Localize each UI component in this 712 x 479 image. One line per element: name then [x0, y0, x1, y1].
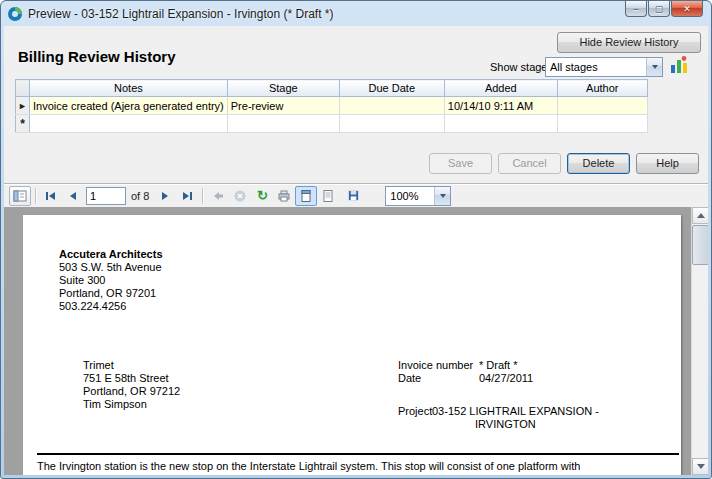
- company-name: Accutera Architects: [59, 248, 163, 261]
- arrow-up-icon: [697, 213, 705, 218]
- page-number-input[interactable]: [86, 187, 126, 205]
- cell-stage[interactable]: Pre-review: [227, 97, 339, 115]
- refresh-icon: ↻: [257, 189, 268, 202]
- print-layout-toggle[interactable]: [295, 186, 317, 206]
- company-address-3: Portland, OR 97201: [59, 287, 163, 300]
- cell-added[interactable]: [444, 115, 557, 133]
- window-content: Hide Review History Billing Review Histo…: [4, 26, 708, 475]
- review-history-grid: Notes Stage Due Date Added Author ► Invo…: [15, 79, 648, 133]
- row-marker: *: [16, 115, 30, 133]
- toolbar-separator: [35, 188, 36, 204]
- project-label: Project: [398, 405, 432, 418]
- page-setup-icon: [321, 189, 335, 203]
- print-button[interactable]: [273, 186, 295, 206]
- chevron-down-icon[interactable]: [646, 58, 662, 76]
- column-header-due-date[interactable]: Due Date: [339, 80, 444, 97]
- last-page-button[interactable]: [176, 186, 198, 206]
- cell-stage[interactable]: [227, 115, 339, 133]
- company-address-block: Accutera Architects 503 S.W. 5th Avenue …: [59, 248, 163, 313]
- page-count-label: of 8: [131, 190, 149, 202]
- print-layout-icon: [299, 189, 313, 203]
- previous-page-button[interactable]: [62, 186, 84, 206]
- cell-notes[interactable]: Invoice created (Ajera generated entry): [30, 97, 228, 115]
- titlebar: Preview - 03-152 Lightrail Expansion - I…: [1, 1, 711, 26]
- project-value-line2: IRVINGTON: [475, 418, 536, 431]
- cell-due-date[interactable]: [339, 97, 444, 115]
- first-page-icon: [44, 189, 58, 203]
- zoom-select[interactable]: 100%: [385, 186, 451, 206]
- table-row-new: *: [16, 115, 648, 133]
- action-buttons: Save Cancel Delete Help: [429, 153, 699, 174]
- client-name: Trimet: [83, 359, 180, 372]
- cell-due-date[interactable]: [339, 115, 444, 133]
- parent-report-button[interactable]: [207, 186, 229, 206]
- client-address-block: Trimet 751 E 58th Street Portland, OR 97…: [83, 359, 180, 411]
- scroll-up-button[interactable]: [692, 207, 708, 224]
- vertical-scrollbar[interactable]: [691, 207, 708, 475]
- project-value-line1: 03-152 LIGHTRAIL EXPANSION -: [432, 405, 599, 418]
- column-header-added[interactable]: Added: [444, 80, 557, 97]
- column-header-author[interactable]: Author: [557, 80, 647, 97]
- stop-icon: [233, 189, 247, 203]
- delete-button[interactable]: Delete: [567, 153, 630, 174]
- invoice-date-value: 04/27/2011: [479, 372, 533, 385]
- report-toolbar: of 8: [4, 183, 708, 207]
- client-contact: Tim Simpson: [83, 398, 180, 411]
- page-title: Billing Review History: [18, 48, 176, 65]
- help-button[interactable]: Help: [636, 153, 699, 174]
- next-page-icon: [158, 189, 172, 203]
- stage-filter-select[interactable]: All stages: [545, 57, 663, 77]
- scrollbar-thumb[interactable]: [692, 225, 708, 265]
- app-icon: [7, 6, 23, 22]
- chevron-down-icon[interactable]: [434, 187, 450, 205]
- cell-author[interactable]: [557, 115, 647, 133]
- row-marker: ►: [16, 97, 30, 115]
- cell-author[interactable]: [557, 97, 647, 115]
- last-page-icon: [180, 189, 194, 203]
- close-button[interactable]: ✕: [671, 1, 703, 17]
- caption-buttons: – ▢ ✕: [624, 1, 703, 17]
- maximize-button[interactable]: ▢: [648, 1, 670, 17]
- page-setup-button[interactable]: [317, 186, 339, 206]
- minimize-button[interactable]: –: [625, 1, 647, 17]
- preview-window: Preview - 03-152 Lightrail Expansion - I…: [0, 0, 712, 479]
- report-preview-area: Accutera Architects 503 S.W. 5th Avenue …: [4, 207, 708, 475]
- hide-review-history-button[interactable]: Hide Review History: [557, 32, 701, 53]
- refresh-button[interactable]: ↻: [251, 186, 273, 206]
- first-page-button[interactable]: [40, 186, 62, 206]
- invoice-number-label: Invoice number: [398, 359, 473, 372]
- print-icon: [277, 189, 291, 203]
- company-phone: 503.224.4256: [59, 300, 163, 313]
- cancel-button[interactable]: Cancel: [498, 153, 561, 174]
- grid-header-row: Notes Stage Due Date Added Author: [16, 80, 648, 97]
- stage-filter-value: All stages: [546, 61, 646, 73]
- client-address-1: 751 E 58th Street: [83, 372, 180, 385]
- toolbar-separator: [202, 188, 203, 204]
- invoice-number-value: * Draft *: [479, 359, 518, 372]
- client-address-2: Portland, OR 97212: [83, 385, 180, 398]
- export-button[interactable]: [339, 186, 369, 206]
- document-map-toggle[interactable]: [9, 186, 31, 206]
- stop-button[interactable]: [229, 186, 251, 206]
- invoice-intro-text: The Irvington station is the new stop on…: [37, 460, 580, 473]
- scroll-down-button[interactable]: [692, 458, 708, 475]
- next-page-button[interactable]: [154, 186, 176, 206]
- zoom-value: 100%: [386, 190, 434, 202]
- show-stage-label: Show stage:: [490, 61, 551, 73]
- divider: [37, 453, 679, 455]
- window-title: Preview - 03-152 Lightrail Expansion - I…: [28, 7, 333, 21]
- previous-page-icon: [66, 189, 80, 203]
- cell-notes[interactable]: [30, 115, 228, 133]
- invoice-page: Accutera Architects 503 S.W. 5th Avenue …: [23, 215, 681, 475]
- column-header-stage[interactable]: Stage: [227, 80, 339, 97]
- table-row: ► Invoice created (Ajera generated entry…: [16, 97, 648, 115]
- save-button[interactable]: Save: [429, 153, 492, 174]
- document-map-icon: [13, 189, 27, 203]
- back-arrow-icon: [211, 189, 225, 203]
- save-export-icon: [347, 189, 360, 202]
- arrow-down-icon: [697, 464, 705, 469]
- stages-chart-icon[interactable]: [669, 55, 689, 75]
- column-header-notes[interactable]: Notes: [30, 80, 228, 97]
- company-address-1: 503 S.W. 5th Avenue: [59, 261, 163, 274]
- cell-added[interactable]: 10/14/10 9:11 AM: [444, 97, 557, 115]
